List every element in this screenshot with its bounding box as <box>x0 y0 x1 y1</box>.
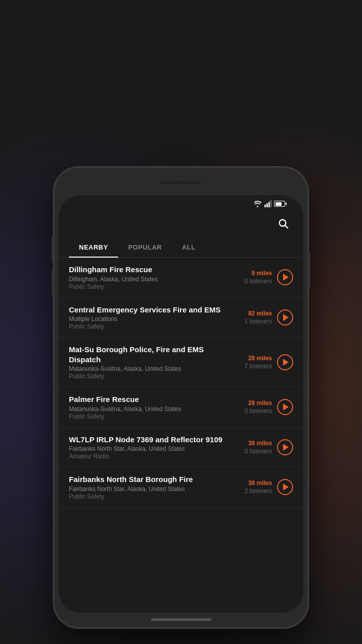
play-button[interactable] <box>277 439 293 455</box>
item-distance: 9 miles <box>251 270 272 277</box>
volume-up-button <box>52 237 54 263</box>
svg-rect-2 <box>268 202 270 208</box>
list-item[interactable]: WL7LP IRLP Node 7369 and Reflector 9109 … <box>59 428 303 468</box>
volume-down-button <box>52 270 54 295</box>
item-meta: 38 miles 2 listeners <box>237 479 272 495</box>
play-button[interactable] <box>277 309 293 326</box>
item-category: Public Safety <box>69 493 232 500</box>
item-info: Palmer Fire Rescue Matanuska-Susitna, Al… <box>69 394 232 420</box>
item-category: Amateur Radio <box>69 453 232 460</box>
item-name: Central Emergency Services Fire and EMS <box>69 305 232 315</box>
wifi-icon <box>253 200 262 207</box>
item-meta: 28 miles 0 listeners <box>237 399 272 415</box>
item-location: Multiple Locations <box>69 315 232 323</box>
item-location: Fairbanks North Star, Alaska, United Sta… <box>69 445 232 452</box>
item-info: WL7LP IRLP Node 7369 and Reflector 9109 … <box>69 435 232 460</box>
item-name: Mat-Su Borough Police, Fire and EMS Disp… <box>69 345 232 364</box>
item-meta: 82 miles 1 listeners <box>237 310 272 325</box>
item-info: Fairbanks North Star Borough Fire Fairba… <box>69 474 232 500</box>
station-list: Dillingham Fire Rescue Dillingham, Alask… <box>59 258 303 610</box>
svg-rect-0 <box>264 205 266 207</box>
item-distance: 38 miles <box>248 440 272 447</box>
svg-rect-3 <box>270 200 272 207</box>
play-button[interactable] <box>277 354 293 370</box>
item-distance: 28 miles <box>248 399 272 407</box>
item-category: Public Safety <box>69 413 232 420</box>
play-icon <box>283 444 289 451</box>
item-name: Dillingham Fire Rescue <box>69 265 232 275</box>
item-listeners: 2 listeners <box>244 488 272 495</box>
status-bar <box>59 195 303 210</box>
tab-all[interactable]: ALL <box>172 238 206 257</box>
phone-home-indicator <box>151 618 211 621</box>
play-button[interactable] <box>277 269 293 285</box>
play-button[interactable] <box>277 399 293 415</box>
list-item[interactable]: Palmer Fire Rescue Matanuska-Susitna, Al… <box>59 387 303 428</box>
list-item[interactable]: Mat-Su Borough Police, Fire and EMS Disp… <box>59 338 303 387</box>
item-listeners: 0 listeners <box>244 448 272 455</box>
item-location: Matanuska-Susitna, Alaska, United States <box>69 365 232 372</box>
item-category: Public Safety <box>69 373 232 380</box>
phone-screen: NEARBY POPULAR ALL Dillingham Fire Rescu… <box>59 195 303 613</box>
tab-nearby[interactable]: NEARBY <box>69 238 118 257</box>
item-location: Fairbanks North Star, Alaska, United Sta… <box>69 486 232 493</box>
tab-popular[interactable]: POPULAR <box>118 238 172 257</box>
phone-shell: NEARBY POPULAR ALL Dillingham Fire Rescu… <box>53 166 309 629</box>
play-icon <box>283 314 289 321</box>
item-listeners: 0 listeners <box>244 408 272 415</box>
list-item[interactable]: Fairbanks North Star Borough Fire Fairba… <box>59 467 303 508</box>
play-icon <box>283 404 289 411</box>
svg-line-5 <box>285 225 288 228</box>
item-category: Public Safety <box>69 323 232 330</box>
item-name: WL7LP IRLP Node 7369 and Reflector 9109 <box>69 435 232 445</box>
item-location: Matanuska-Susitna, Alaska, United States <box>69 406 232 413</box>
status-icons <box>253 200 285 207</box>
battery-icon <box>274 201 285 207</box>
svg-rect-1 <box>266 203 268 207</box>
item-listeners: 0 listeners <box>244 278 272 285</box>
hero-section <box>0 0 362 50</box>
item-listeners: 7 listeners <box>244 363 272 370</box>
play-icon <box>283 274 289 281</box>
phone-speaker <box>161 181 201 184</box>
item-name: Fairbanks North Star Borough Fire <box>69 474 232 485</box>
item-meta: 28 miles 7 listeners <box>237 355 272 370</box>
play-button[interactable] <box>277 479 293 495</box>
signal-icon <box>264 200 272 207</box>
item-info: Dillingham Fire Rescue Dillingham, Alask… <box>69 265 232 290</box>
item-category: Public Safety <box>69 283 232 290</box>
item-distance: 28 miles <box>248 355 272 362</box>
phone-mockup: NEARBY POPULAR ALL Dillingham Fire Rescu… <box>53 166 309 629</box>
search-button[interactable] <box>275 215 291 231</box>
item-meta: 38 miles 0 listeners <box>237 440 272 455</box>
item-info: Mat-Su Borough Police, Fire and EMS Disp… <box>69 345 232 380</box>
tabs-bar: NEARBY POPULAR ALL <box>59 238 303 258</box>
item-name: Palmer Fire Rescue <box>69 394 232 405</box>
list-item[interactable]: Dillingham Fire Rescue Dillingham, Alask… <box>59 258 303 298</box>
item-meta: 9 miles 0 listeners <box>237 270 272 285</box>
item-distance: 82 miles <box>248 310 272 317</box>
play-icon <box>283 359 289 366</box>
play-icon <box>283 484 289 491</box>
list-item[interactable]: Central Emergency Services Fire and EMS … <box>59 298 303 338</box>
power-button <box>308 253 310 288</box>
app-header <box>59 210 303 238</box>
item-distance: 38 miles <box>248 479 272 487</box>
item-listeners: 1 listeners <box>244 318 272 325</box>
item-location: Dillingham, Alaska, United States <box>69 276 232 283</box>
item-info: Central Emergency Services Fire and EMS … <box>69 305 232 331</box>
